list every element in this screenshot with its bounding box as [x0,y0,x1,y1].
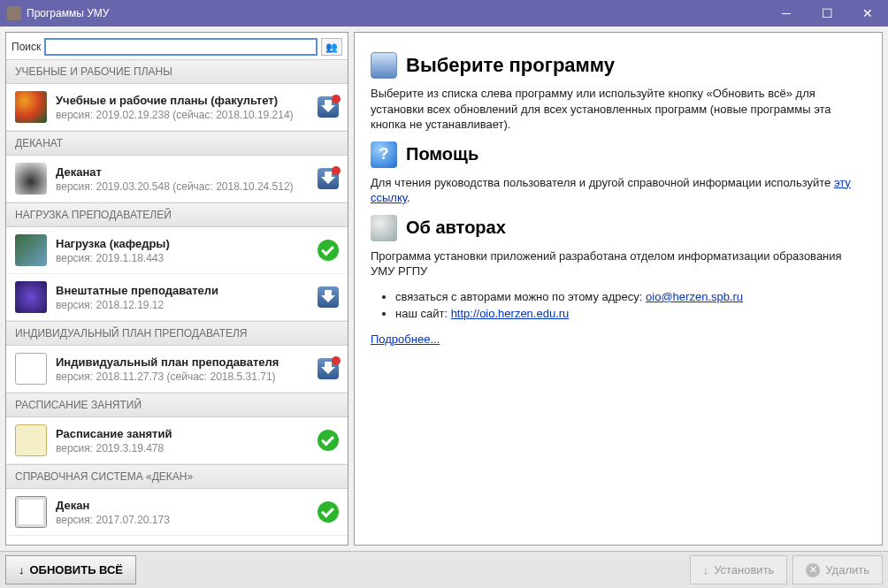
item-name: Индивидуальный план преподавателя [56,355,309,369]
status-update-icon [318,96,339,118]
list-item[interactable]: Деканверсия: 2017.07.20.173 [6,489,348,536]
minimize-button[interactable]: ─ [766,0,807,27]
item-name: Декан [56,499,309,512]
install-button: ↓ Установить [690,555,788,584]
list-item[interactable]: Нагрузка (кафедры)версия: 2019.1.18.443 [6,227,348,274]
app-thumbnail [15,281,47,313]
group-header: УЧЕБНЫЕ И РАБОЧИЕ ПЛАНЫ [6,59,348,84]
status-update-icon [318,168,339,189]
app-thumbnail [15,234,47,266]
group-header: НАГРУЗКА ПРЕПОДАВАТЕЛЕЙ [6,202,348,227]
item-version: версия: 2018.11.27.73 (сейчас: 2018.5.31… [56,370,309,383]
about-text: Программа установки приложений разработа… [371,248,866,279]
item-name: Расписание занятий [56,427,309,440]
status-download-icon [318,286,339,308]
maximize-button[interactable]: ☐ [807,0,847,27]
search-icon[interactable]: 👥 [321,38,342,56]
app-thumbnail [15,496,47,528]
list-item[interactable]: Индивидуальный план преподавателяверсия:… [6,346,348,393]
email-link[interactable]: oio@herzen.spb.ru [646,290,743,303]
item-name: Деканат [56,165,309,179]
about-icon [371,215,397,241]
item-version: версия: 2019.03.20.548 (сейчас: 2018.10.… [56,180,309,193]
download-arrow-icon: ↓ [703,563,709,577]
item-version: версия: 2019.02.19.238 (сейчас: 2018.10.… [56,109,309,121]
site-link[interactable]: http://oio.herzen.edu.ru [451,307,570,320]
item-version: версия: 2018.12.19.12 [56,299,309,311]
update-all-button[interactable]: ↓ ОБНОВИТЬ ВСЁ [5,555,136,584]
heading-select-program: Выберите программу [406,54,615,77]
group-header: СПРАВОЧНАЯ СИСТЕМА «ДЕКАН» [6,464,348,489]
app-thumbnail [15,353,47,385]
app-thumbnail [15,424,47,456]
help-icon: ? [371,141,397,168]
heading-about: Об авторах [406,218,506,238]
left-panel: Поиск 👥 УЧЕБНЫЕ И РАБОЧИЕ ПЛАНЫУчебные и… [5,32,348,546]
status-ok-icon [318,501,339,523]
window-title: Программы УМУ [27,7,766,19]
app-icon [7,6,21,20]
site-item: наш сайт: http://oio.herzen.edu.ru [395,305,866,323]
list-item[interactable]: Расписание занятийверсия: 2019.3.19.478 [6,417,348,464]
help-text: Для чтения руководства пользователя и др… [371,175,866,206]
titlebar: Программы УМУ ─ ☐ ✕ [0,0,888,27]
group-header: РАСПИСАНИЕ ЗАНЯТИЙ [6,393,348,417]
item-version: версия: 2019.1.18.443 [56,252,309,264]
program-list[interactable]: УЧЕБНЫЕ И РАБОЧИЕ ПЛАНЫУчебные и рабочие… [6,59,348,545]
status-ok-icon [318,240,339,261]
search-label: Поиск [11,41,41,53]
list-item[interactable]: Внештатные преподавателиверсия: 2018.12.… [6,274,348,321]
status-ok-icon [318,430,339,451]
status-update-icon [318,358,339,379]
group-header: ИНДИВИДУАЛЬНЫЙ ПЛАН ПРЕПОДАВАТЕЛЯ [6,321,348,346]
app-thumbnail [15,163,47,195]
download-arrow-icon: ↓ [19,563,25,577]
search-input[interactable] [44,38,318,56]
item-name: Учебные и рабочие планы (факультет) [56,94,309,107]
close-button[interactable]: ✕ [847,0,888,27]
item-name: Внештатные преподаватели [56,284,309,297]
list-item[interactable]: Деканатверсия: 2019.03.20.548 (сейчас: 2… [6,156,348,202]
item-version: версия: 2017.07.20.173 [56,514,309,526]
right-panel: Выберите программу Выберите из списка сл… [354,32,883,546]
contact-item: связаться с авторами можно по этому адре… [395,288,866,306]
group-header: ДЕКАНАТ [6,131,348,156]
search-row: Поиск 👥 [6,33,348,59]
more-link[interactable]: Подробнее... [371,332,440,346]
item-version: версия: 2019.3.19.478 [56,442,309,454]
delete-button: ✕ Удалить [792,555,883,584]
book-icon [371,52,397,79]
list-item[interactable]: Учебные и рабочие планы (факультет)верси… [6,84,348,131]
item-name: Нагрузка (кафедры) [56,237,309,250]
heading-help: Помощь [406,144,478,164]
delete-icon: ✕ [806,563,820,577]
about-list: связаться с авторами можно по этому адре… [395,288,866,323]
app-thumbnail [15,91,47,123]
intro-text: Выберите из списка слева программу или и… [371,86,866,133]
